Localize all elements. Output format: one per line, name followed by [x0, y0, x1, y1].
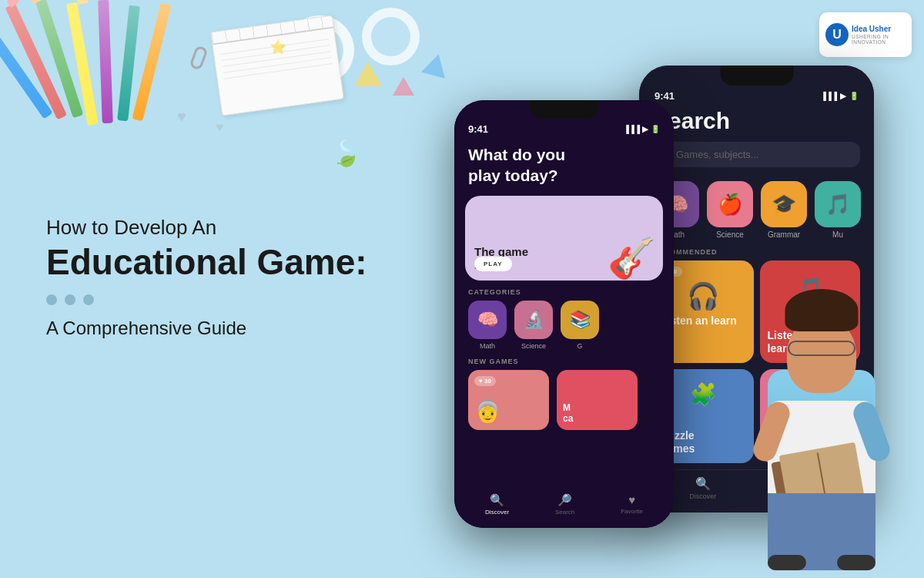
subject-grammar-label: Grammar	[768, 230, 800, 239]
front-status-icons: ▐▐▐ ▶ 🔋	[624, 125, 660, 133]
search-placeholder: Games, subjects...	[676, 149, 759, 160]
subject-music[interactable]: 🎵 Mu	[815, 181, 861, 239]
new-games-row: ♥ 30 👵 Mca	[454, 370, 674, 430]
game-badge-1: ♥ 30	[474, 376, 496, 386]
back-status-icons: ▐▐▐ ▶ 🔋	[821, 92, 859, 100]
how-to-text: How to Develop An	[46, 216, 367, 240]
phone-front: 9:41 ▐▐▐ ▶ 🔋 What do you play today? The…	[454, 100, 674, 528]
dot-1	[46, 294, 57, 305]
triangle-pink	[393, 77, 414, 96]
cat-math-label: Math	[480, 342, 495, 350]
back-notch	[720, 66, 793, 86]
front-nav-search[interactable]: 🔎 Search	[555, 493, 574, 516]
dots-row	[46, 294, 367, 305]
cat-science-label: Science	[521, 342, 546, 350]
play-button[interactable]: PLAY	[474, 257, 512, 271]
pencils-decoration	[0, 0, 239, 135]
subject-science-label: Science	[716, 230, 744, 239]
tape-ring-2	[362, 8, 420, 66]
back-nav-discover[interactable]: 🔍 Discover	[689, 476, 716, 500]
dot-3	[83, 294, 94, 305]
guide-text: A Comprehensive Guide	[46, 318, 367, 339]
game-card-2-text: Mca	[563, 402, 573, 424]
heart-shape-1: ♥	[177, 108, 186, 126]
greeting-line1: What do you	[468, 144, 660, 165]
cat-extra-label: G	[577, 342, 582, 350]
front-bottom-nav: 🔍 Discover 🔎 Search ♥ Favorite	[454, 486, 674, 528]
kid-figure	[733, 277, 910, 570]
notebook	[210, 15, 344, 116]
front-phone-screen: 9:41 ▐▐▐ ▶ 🔋 What do you play today? The…	[454, 100, 674, 528]
categories-label: CATEGORIES	[454, 281, 674, 301]
cat-math[interactable]: 🧠 Math	[468, 301, 507, 350]
front-greeting: What do you play today?	[454, 138, 674, 196]
subjects-row: 🧠 Math 🍎 Science 🎓 Grammar 🎵 Mu	[639, 175, 874, 244]
heart-shape-2: ♥	[216, 119, 224, 136]
star-deco: ⭐	[270, 39, 286, 55]
cat-extra[interactable]: 📚 G	[561, 301, 599, 350]
front-nav-discover[interactable]: 🔍 Discover	[485, 493, 509, 516]
greeting-line2: play today?	[468, 165, 660, 186]
dot-2	[65, 294, 75, 305]
back-time: 9:41	[654, 90, 675, 102]
search-input-bar[interactable]: Games, subjects...	[653, 142, 860, 167]
front-nav-favorites[interactable]: ♥ Favorite	[621, 493, 643, 516]
subject-music-label: Mu	[832, 230, 843, 239]
front-time: 9:41	[468, 123, 488, 135]
game-card-1[interactable]: ♥ 30 👵	[468, 370, 549, 430]
search-title: Search	[653, 108, 860, 134]
left-content: How to Develop An Educational Game: A Co…	[46, 216, 367, 339]
subject-science[interactable]: 🍎 Science	[707, 181, 753, 239]
categories-row: 🧠 Math 🔬 Science 📚 G	[454, 301, 674, 350]
featured-illustration: 🎸	[608, 236, 655, 281]
new-games-label: NEW GAMES	[454, 350, 674, 370]
game-card-2[interactable]: Mca	[557, 370, 638, 430]
featured-card[interactable]: The game six m PLAY 🎸	[465, 196, 663, 281]
main-title: Educational Game:	[46, 243, 367, 282]
logo-name: Idea Usher	[852, 25, 906, 34]
cat-science[interactable]: 🔬 Science	[514, 301, 553, 350]
front-notch	[530, 100, 599, 119]
subject-grammar[interactable]: 🎓 Grammar	[761, 181, 807, 239]
recommended-label: RECOMMENDED	[639, 244, 874, 260]
back-search-header: Search Games, subjects...	[639, 105, 874, 175]
triangle-yellow	[354, 62, 382, 86]
green-leaf: 🍃	[331, 139, 362, 168]
